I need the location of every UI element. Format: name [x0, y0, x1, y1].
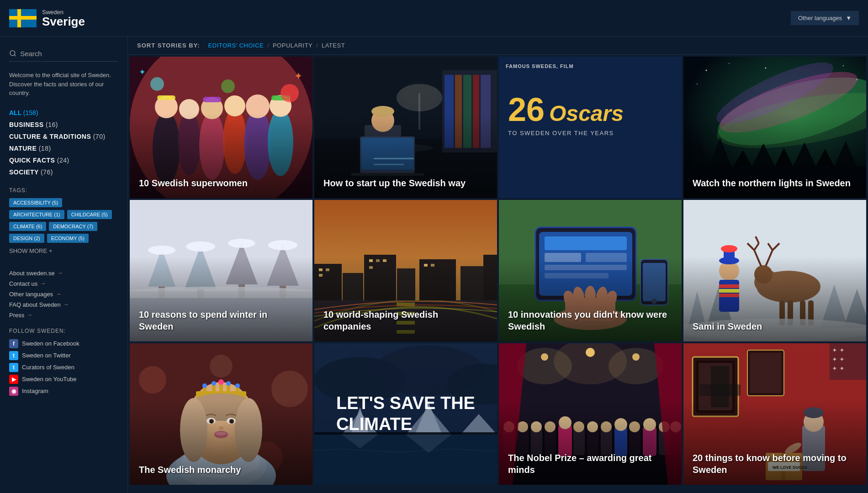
- twitter-icon: t: [9, 351, 18, 360]
- plus-icon: +: [49, 247, 53, 254]
- arrow-icon: →: [64, 301, 69, 308]
- instagram-link[interactable]: ◉ Instagram: [9, 385, 118, 397]
- other-languages-link[interactable]: Other languages →: [9, 289, 118, 299]
- facebook-link[interactable]: f Sweden on Facebook: [9, 338, 118, 350]
- twitter-link-curators[interactable]: t Curators of Sweden: [9, 362, 118, 373]
- sort-label: SORT STORIES BY:: [137, 42, 200, 49]
- grid-item-oscars[interactable]: FAMOUS SWEDES, FILM 26 Oscars TO SWEDEN …: [499, 57, 682, 198]
- tag-democracy[interactable]: DEMOCRACY (7): [49, 222, 97, 231]
- tag-architecture[interactable]: ARCHITECTURE (1): [9, 210, 64, 219]
- twitter-link-sweden[interactable]: t Sweden on Twitter: [9, 350, 118, 362]
- tags-label: TAGS:: [9, 187, 118, 194]
- header: Sweden Sverige Other languages ▼: [0, 0, 868, 37]
- tag-climate[interactable]: CLIMATE (6): [9, 222, 46, 231]
- sort-latest[interactable]: LATEST: [319, 42, 348, 49]
- svg-point-0: [10, 51, 15, 56]
- main-layout: Welcome to the official site of Sweden. …: [0, 37, 868, 493]
- grid-item-nobel[interactable]: The Nobel Prize – awarding great minds: [499, 343, 682, 485]
- search-input[interactable]: [20, 50, 118, 58]
- moving-title: 20 things to know before moving to Swede…: [693, 452, 857, 476]
- oscars-word: Oscars: [549, 101, 624, 126]
- grid-item-moving[interactable]: WE LOVE DUCKS ✦ ✦ ✦ ✦ ✦ ✦ 20 things to k…: [683, 343, 866, 485]
- grid-item-innovations[interactable]: 10 innovations you didn't know were Swed…: [499, 200, 682, 341]
- climate-title: LET'S SAVE THECLIMATE: [323, 379, 489, 448]
- category-list: ALL (158) BUSINESS (16) CULTURE & TRADIT…: [9, 107, 118, 178]
- category-society[interactable]: SOCIETY (76): [9, 166, 118, 178]
- companies-title: 10 world-shaping Swedish companies: [323, 309, 488, 332]
- show-more-button[interactable]: SHOW MORE +: [9, 247, 118, 254]
- logo-text: Sweden Sverige: [42, 9, 85, 27]
- show-more-label: SHOW MORE: [9, 247, 47, 254]
- youtube-icon: ▶: [9, 375, 18, 384]
- arrow-icon: →: [58, 270, 63, 276]
- category-nature[interactable]: NATURE (18): [9, 142, 118, 154]
- startup-title: How to start up the Swedish way: [323, 177, 488, 189]
- superwomen-title: 10 Swedish superwomen: [139, 177, 303, 189]
- social-links: f Sweden on Facebook t Sweden on Twitter…: [9, 338, 118, 397]
- instagram-icon: ◉: [9, 387, 18, 396]
- grid-item-monarchy[interactable]: The Swedish monarchy: [130, 343, 312, 485]
- winter-title: 10 reasons to spend winter in Sweden: [139, 309, 303, 332]
- footer-links: About sweden.se → Contact us → Other lan…: [9, 268, 118, 320]
- facebook-icon: f: [9, 339, 18, 348]
- grid-item-climate[interactable]: LET'S SAVE THECLIMATE: [314, 343, 497, 485]
- oscars-number: 26: [508, 93, 545, 126]
- grid-item-winter[interactable]: 10 reasons to spend winter in Sweden: [130, 200, 312, 341]
- youtube-link[interactable]: ▶ Sweden on YouTube: [9, 373, 118, 385]
- grid-item-companies[interactable]: 10 world-shaping Swedish companies: [314, 200, 497, 341]
- faq-link[interactable]: FAQ about Sweden →: [9, 299, 118, 310]
- arrow-icon: →: [56, 291, 61, 297]
- brand-name: Sverige: [42, 16, 85, 27]
- arrow-icon: →: [40, 280, 46, 287]
- category-all-count: (158): [23, 109, 38, 116]
- follow-label: FOLLOW SWEDEN:: [9, 328, 118, 334]
- grid-item-northern-lights[interactable]: Watch the northern lights in Sweden: [683, 57, 866, 198]
- oscars-category: FAMOUS SWEDES, FILM: [506, 63, 574, 69]
- other-languages-label: Other languages: [798, 15, 842, 21]
- oscars-subtitle: TO SWEDEN OVER THE YEARS: [508, 130, 672, 136]
- welcome-text: Welcome to the official site of Sweden. …: [9, 71, 118, 98]
- category-all[interactable]: ALL (158): [9, 107, 118, 119]
- nobel-title: The Nobel Prize – awarding great minds: [508, 452, 672, 476]
- northern-lights-title: Watch the northern lights in Sweden: [693, 177, 857, 189]
- category-all-label: ALL: [9, 109, 21, 116]
- sweden-flag: [9, 9, 37, 27]
- grid-item-sami[interactable]: Sami in Sweden: [683, 200, 866, 341]
- category-culture[interactable]: CULTURE & TRADITIONS (70): [9, 131, 118, 142]
- press-link[interactable]: Press →: [9, 310, 118, 320]
- twitter-icon: t: [9, 363, 18, 372]
- about-link[interactable]: About sweden.se →: [9, 268, 118, 278]
- chevron-down-icon: ▼: [846, 15, 852, 21]
- grid-item-startup[interactable]: ▬▬▬▬▬▬▬▬ ▬▬▬▬▬▬ How to start up the Swed…: [314, 57, 497, 198]
- tag-accessibility[interactable]: ACCESSIBILITY (5): [9, 198, 62, 207]
- logo-area[interactable]: Sweden Sverige: [9, 9, 85, 27]
- sidebar: Welcome to the official site of Sweden. …: [0, 37, 128, 493]
- grid-item-superwomen[interactable]: ✦ ✦ 10 Swedish superwomen: [130, 57, 312, 198]
- monarchy-title: The Swedish monarchy: [139, 464, 303, 476]
- content-area: SORT STORIES BY: EDITORS' CHOICE / POPUL…: [128, 37, 868, 493]
- tag-childcare[interactable]: CHILDCARE (5): [67, 210, 112, 219]
- other-languages-button[interactable]: Other languages ▼: [791, 11, 859, 25]
- sort-bar: SORT STORIES BY: EDITORS' CHOICE / POPUL…: [128, 37, 868, 55]
- sami-title: Sami in Sweden: [693, 320, 857, 332]
- search-icon: [9, 49, 16, 58]
- search-bar[interactable]: [9, 46, 118, 62]
- sort-editors-choice[interactable]: EDITORS' CHOICE: [206, 42, 267, 49]
- svg-line-1: [14, 55, 16, 56]
- tags-container: ACCESSIBILITY (5) ARCHITECTURE (1) CHILD…: [9, 198, 118, 243]
- tag-economy[interactable]: ECONOMY (5): [47, 234, 89, 243]
- innovations-title: 10 innovations you didn't know were Swed…: [508, 309, 672, 332]
- category-business[interactable]: BUSINESS (16): [9, 119, 118, 131]
- tag-design[interactable]: DESIGN (2): [9, 234, 44, 243]
- contact-link[interactable]: Contact us →: [9, 278, 118, 289]
- arrow-icon: →: [27, 312, 32, 318]
- grid-container: ✦ ✦ 10 Swedish superwomen: [128, 55, 868, 487]
- category-quickfacts[interactable]: QUICK FACTS (24): [9, 154, 118, 166]
- sort-popularity[interactable]: POPULARITY: [270, 42, 315, 49]
